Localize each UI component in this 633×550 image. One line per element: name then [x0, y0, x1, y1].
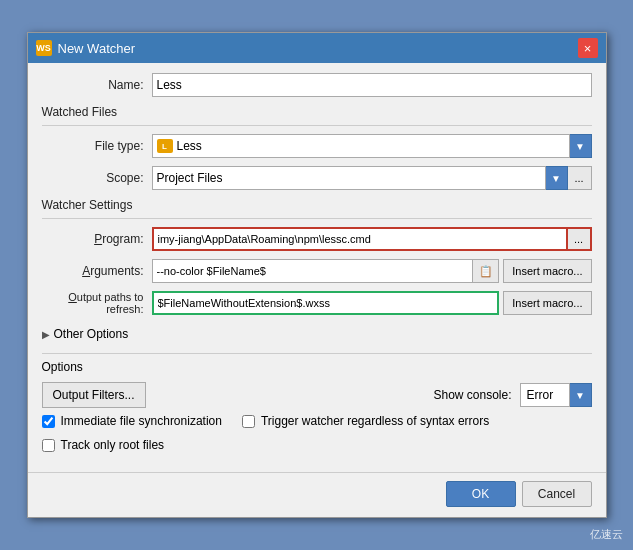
cancel-button[interactable]: Cancel: [522, 481, 592, 507]
arguments-label: Arguments:: [42, 264, 152, 278]
triangle-icon: ▶: [42, 329, 50, 340]
options-row-1: Output Filters... Show console: Error ▼: [42, 382, 592, 408]
track-root-checkbox[interactable]: [42, 439, 55, 452]
title-bar-left: WS New Watcher: [36, 40, 136, 56]
file-type-dropdown-btn[interactable]: ▼: [570, 134, 592, 158]
trigger-regardless-label: Trigger watcher regardless of syntax err…: [261, 414, 489, 428]
dialog-title: New Watcher: [58, 41, 136, 56]
file-type-label: File type:: [42, 139, 152, 153]
console-select-wrap: Error ▼: [520, 383, 592, 407]
file-type-value: Less: [177, 139, 202, 153]
output-wrap: Insert macro...: [152, 291, 592, 315]
output-filters-btn[interactable]: Output Filters...: [42, 382, 146, 408]
watermark: 亿速云: [590, 527, 623, 542]
immediate-sync-label: Immediate file synchronization: [61, 414, 222, 428]
scope-row: Scope: Project Files ▼ ...: [42, 166, 592, 190]
scope-ellipsis-btn[interactable]: ...: [568, 166, 592, 190]
immediate-sync-row: Immediate file synchronization: [42, 414, 222, 428]
scope-value: Project Files: [157, 171, 223, 185]
file-type-row: File type: L Less ▼: [42, 134, 592, 158]
console-dropdown-btn[interactable]: ▼: [570, 383, 592, 407]
program-label: PProgram:rogram:: [42, 232, 152, 246]
options-section: Options Output Filters... Show console: …: [42, 353, 592, 460]
scope-dropdown-wrap: Project Files ▼ ...: [152, 166, 592, 190]
ws-icon: WS: [36, 40, 52, 56]
show-console-wrap: Show console: Error ▼: [433, 383, 591, 407]
watcher-settings-section: Watcher Settings PProgram:rogram: ... Ar…: [42, 198, 592, 345]
trigger-regardless-checkbox[interactable]: [242, 415, 255, 428]
watched-files-label: Watched Files: [42, 105, 592, 119]
other-options-label: Other Options: [54, 327, 129, 341]
program-input[interactable]: [152, 227, 568, 251]
name-row: Name:: [42, 73, 592, 97]
close-button[interactable]: ×: [578, 38, 598, 58]
program-row: PProgram:rogram: ...: [42, 227, 592, 251]
less-icon: L: [157, 139, 173, 153]
output-row: Output paths to refresh: Insert macro...: [42, 291, 592, 315]
file-type-dropdown-wrap: L Less ▼: [152, 134, 592, 158]
name-label: Name:: [42, 78, 152, 92]
dialog-body: Name: Watched Files File type: L Less ▼: [28, 63, 606, 472]
arguments-row: Arguments: 📋 Insert macro...: [42, 259, 592, 283]
other-options-row[interactable]: ▶ Other Options: [42, 323, 592, 345]
track-root-label: Track only root files: [61, 438, 165, 452]
show-console-label: Show console:: [433, 388, 511, 402]
output-input[interactable]: [152, 291, 500, 315]
new-watcher-dialog: WS New Watcher × Name: Watched Files Fil…: [27, 32, 607, 518]
name-input[interactable]: [152, 73, 592, 97]
program-browse-btn[interactable]: ...: [568, 227, 592, 251]
arguments-insert-macro-btn[interactable]: Insert macro...: [503, 259, 591, 283]
watcher-settings-label: Watcher Settings: [42, 198, 592, 212]
output-label: Output paths to refresh:: [42, 291, 152, 315]
options-label: Options: [42, 360, 592, 374]
immediate-sync-checkbox[interactable]: [42, 415, 55, 428]
console-value: Error: [527, 388, 554, 402]
arguments-wrap: 📋 Insert macro...: [152, 259, 592, 283]
program-input-wrap: ...: [152, 227, 592, 251]
track-root-row: Track only root files: [42, 438, 592, 452]
arguments-copy-btn[interactable]: 📋: [473, 259, 499, 283]
title-bar: WS New Watcher ×: [28, 33, 606, 63]
arguments-input[interactable]: [152, 259, 474, 283]
output-insert-macro-btn[interactable]: Insert macro...: [503, 291, 591, 315]
trigger-regardless-row: Trigger watcher regardless of syntax err…: [242, 414, 489, 428]
dialog-footer: OK Cancel: [28, 472, 606, 517]
ok-button[interactable]: OK: [446, 481, 516, 507]
scope-dropdown-btn[interactable]: ▼: [546, 166, 568, 190]
options-row-2: Immediate file synchronization Trigger w…: [42, 414, 592, 432]
watched-files-section: Watched Files File type: L Less ▼ Scope:: [42, 105, 592, 190]
scope-label: Scope:: [42, 171, 152, 185]
